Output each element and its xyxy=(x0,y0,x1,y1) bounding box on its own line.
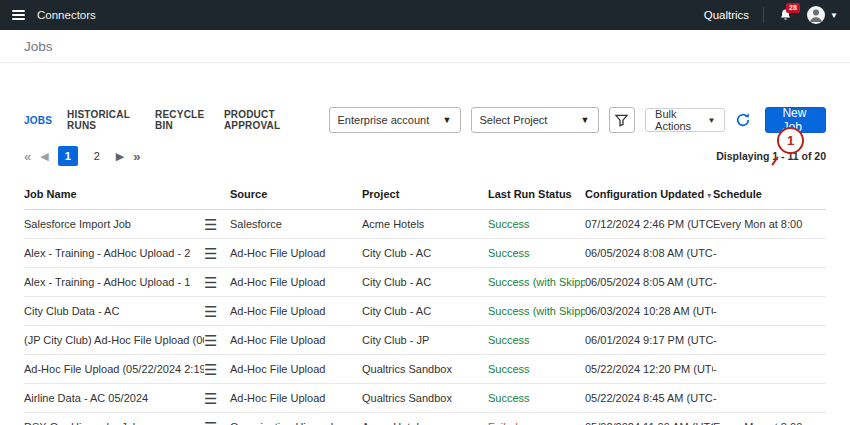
row-menu-icon[interactable]: ☰ xyxy=(204,361,217,378)
filter-button[interactable] xyxy=(609,107,636,133)
configuration-updated-cell: 05/22/2024 8:45 AM (UTC-0... xyxy=(585,384,713,413)
row-menu-icon[interactable]: ☰ xyxy=(204,216,217,233)
configuration-updated-cell: 07/12/2024 2:46 PM (UTC-0... xyxy=(585,210,713,239)
configuration-updated-cell: 05/02/2024 11:09 AM (UTC-... xyxy=(585,413,713,425)
source-cell: Ad-Hoc File Upload xyxy=(230,326,362,355)
job-name-cell[interactable]: Ad-Hoc File Upload (05/22/2024 2:19 PM .… xyxy=(24,355,204,384)
tab-jobs[interactable]: JOBS xyxy=(24,115,52,126)
job-name-cell[interactable]: Alex - Training - AdHoc Upload - 2 xyxy=(24,239,204,268)
last-run-status-cell: Failed xyxy=(488,413,585,425)
column-header-configuration-updated[interactable]: Configuration Updated▾ xyxy=(585,179,713,210)
project-cell: Acme Hotels xyxy=(362,210,488,239)
source-cell: Salesforce xyxy=(230,210,362,239)
tab-historical-runs[interactable]: HISTORICAL RUNS xyxy=(67,109,140,131)
row-menu-cell: ☰ xyxy=(204,355,230,384)
schedule-cell: - xyxy=(713,268,826,297)
job-name-cell[interactable]: DSX Org Hierarchy Job xyxy=(24,413,204,425)
project-cell: City Club - AC xyxy=(362,239,488,268)
next-page-button[interactable]: ▶ xyxy=(116,151,124,162)
chevron-down-icon: ▼ xyxy=(830,11,838,20)
qualtrics-brand-link[interactable]: Qualtrics xyxy=(704,9,749,21)
source-cell: Ad-Hoc File Upload xyxy=(230,268,362,297)
schedule-cell: Every Mon at 8:00 xyxy=(713,210,826,239)
last-run-status-cell: Success (with Skipp... xyxy=(488,297,585,326)
table-row: City Club Data - AC☰Ad-Hoc File UploadCi… xyxy=(24,297,826,326)
column-header-source[interactable]: Source xyxy=(230,179,362,210)
row-menu-icon[interactable]: ☰ xyxy=(204,274,217,291)
source-cell: Ad-Hoc File Upload xyxy=(230,384,362,413)
job-name-cell[interactable]: Salesforce Import Job xyxy=(24,210,204,239)
bulk-actions-label: Bulk Actions xyxy=(655,108,701,132)
tab-recycle-bin[interactable]: RECYCLE BIN xyxy=(155,109,209,131)
row-menu-cell: ☰ xyxy=(204,413,230,425)
main-content: 1 JOBS HISTORICAL RUNS RECYCLE BIN PRODU… xyxy=(0,63,850,425)
schedule-cell: - xyxy=(713,326,826,355)
displaying-summary: Displaying 1 - 11 of 20 xyxy=(716,150,826,162)
table-row: DSX Org Hierarchy Job☰Organization Hiera… xyxy=(24,413,826,425)
project-cell: City Club - JP xyxy=(362,326,488,355)
last-run-status-cell: Success xyxy=(488,326,585,355)
chevron-down-icon: ▼ xyxy=(581,115,590,125)
row-menu-icon[interactable]: ☰ xyxy=(204,390,217,407)
page-button-1[interactable]: 1 xyxy=(58,146,78,166)
configuration-updated-cell: 06/05/2024 8:08 AM (UTC-0... xyxy=(585,239,713,268)
last-page-button[interactable]: » xyxy=(133,150,140,163)
toolbar: JOBS HISTORICAL RUNS RECYCLE BIN PRODUCT… xyxy=(0,63,850,133)
source-cell: Organization Hierarchy xyxy=(230,413,362,425)
column-header-last-run-status[interactable]: Last Run Status xyxy=(488,179,585,210)
column-header-menu xyxy=(204,179,230,210)
hamburger-menu-icon[interactable] xyxy=(12,10,25,20)
last-run-status-cell: Success (with Skipp... xyxy=(488,268,585,297)
jobs-table: Job Name Source Project Last Run Status … xyxy=(24,179,826,425)
avatar xyxy=(807,6,825,24)
project-cell: Qualtrics Sandbox xyxy=(362,355,488,384)
account-menu[interactable]: ▼ xyxy=(807,6,838,24)
configuration-updated-cell: 06/01/2024 9:17 PM (UTC-0... xyxy=(585,326,713,355)
job-name-cell[interactable]: City Club Data - AC xyxy=(24,297,204,326)
source-cell: Ad-Hoc File Upload xyxy=(230,239,362,268)
filter-funnel-icon xyxy=(615,114,628,127)
column-header-schedule[interactable]: Schedule xyxy=(713,179,826,210)
project-select-value: Select Project xyxy=(480,114,548,126)
refresh-button[interactable] xyxy=(735,112,751,128)
job-name-cell[interactable]: Airline Data - AC 05/2024 xyxy=(24,384,204,413)
page-button-2[interactable]: 2 xyxy=(87,146,107,166)
job-name-cell[interactable]: Alex - Training - AdHoc Upload - 1 xyxy=(24,268,204,297)
top-bar: Connectors Qualtrics 28 ▼ xyxy=(0,0,850,30)
table-row: Alex - Training - AdHoc Upload - 2☰Ad-Ho… xyxy=(24,239,826,268)
row-menu-icon[interactable]: ☰ xyxy=(204,245,217,262)
row-menu-cell: ☰ xyxy=(204,210,230,239)
tab-product-approval[interactable]: PRODUCT APPROVAL xyxy=(224,109,309,131)
last-run-status-cell: Success xyxy=(488,355,585,384)
last-run-status-cell: Success xyxy=(488,210,585,239)
project-cell: City Club - AC xyxy=(362,297,488,326)
table-row: Salesforce Import Job☰SalesforceAcme Hot… xyxy=(24,210,826,239)
table-row: Airline Data - AC 05/2024☰Ad-Hoc File Up… xyxy=(24,384,826,413)
row-menu-cell: ☰ xyxy=(204,239,230,268)
bulk-actions-button[interactable]: Bulk Actions ▼ xyxy=(645,108,725,132)
schedule-cell: - xyxy=(713,384,826,413)
sort-caret-icon: ▾ xyxy=(707,191,711,200)
row-menu-icon[interactable]: ☰ xyxy=(204,419,217,425)
account-select[interactable]: Enterprise account ▼ xyxy=(329,107,461,133)
column-header-job-name[interactable]: Job Name xyxy=(24,179,204,210)
person-icon xyxy=(807,6,825,24)
app-label: Connectors xyxy=(37,9,96,21)
chevron-down-icon: ▼ xyxy=(443,115,452,125)
row-menu-cell: ☰ xyxy=(204,297,230,326)
project-select[interactable]: Select Project ▼ xyxy=(471,107,599,133)
configuration-updated-cell: 05/22/2024 12:20 PM (UTC-... xyxy=(585,355,713,384)
last-run-status-cell: Success xyxy=(488,239,585,268)
row-menu-icon[interactable]: ☰ xyxy=(204,332,217,349)
notifications-bell-icon[interactable]: 28 xyxy=(778,8,793,23)
row-menu-icon[interactable]: ☰ xyxy=(204,303,217,320)
chevron-down-icon: ▼ xyxy=(708,116,716,125)
table-header-row: Job Name Source Project Last Run Status … xyxy=(24,179,826,210)
project-cell: City Club - AC xyxy=(362,268,488,297)
first-page-button[interactable]: « xyxy=(24,150,31,163)
previous-page-button[interactable]: ◀ xyxy=(40,151,48,162)
page-title: Jobs xyxy=(24,39,53,54)
column-header-project[interactable]: Project xyxy=(362,179,488,210)
row-menu-cell: ☰ xyxy=(204,326,230,355)
job-name-cell[interactable]: (JP City Club) Ad-Hoc File Upload (06/01… xyxy=(24,326,204,355)
